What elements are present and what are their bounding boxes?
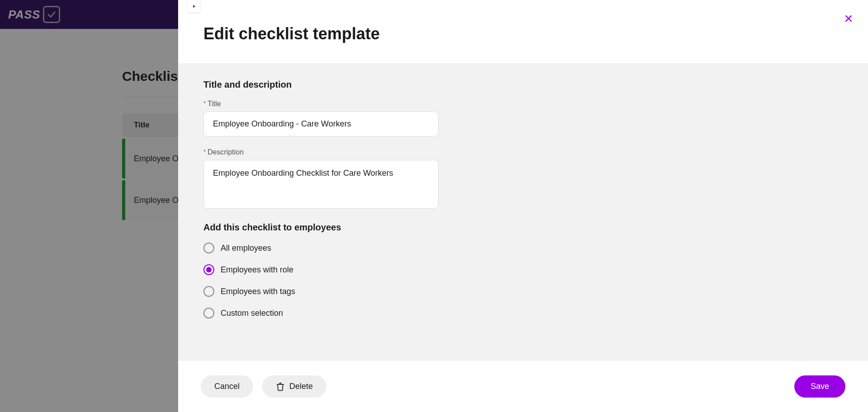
radio-dot-icon (203, 286, 214, 297)
radio-label: Custom selection (221, 309, 283, 318)
title-input[interactable] (203, 112, 439, 136)
section-assign: Add this checklist to employees (203, 222, 843, 233)
radio-all[interactable]: All employees (203, 243, 843, 253)
drawer-body[interactable]: Title and description *Title *Descriptio… (178, 63, 868, 361)
drawer-header: Edit checklist template (178, 0, 868, 63)
delete-button-label: Delete (289, 382, 313, 391)
trash-icon (276, 382, 285, 391)
label-description: *Description (203, 148, 843, 156)
radio-label: Employees with role (221, 265, 293, 275)
field-title: *Title (203, 100, 843, 136)
close-button[interactable] (841, 11, 856, 26)
cancel-button-label: Cancel (214, 382, 240, 391)
label-title: *Title (203, 100, 843, 108)
radio-dot-icon (203, 264, 214, 275)
radio-role[interactable]: Employees with role (203, 264, 843, 275)
radio-dot-icon (203, 308, 214, 318)
radio-label: All employees (221, 243, 271, 253)
section-title-description: Title and description (203, 80, 843, 90)
required-star-icon: * (203, 148, 206, 155)
radio-custom[interactable]: Custom selection (203, 308, 843, 318)
edit-checklist-drawer: Edit checklist template Title and descri… (178, 0, 868, 412)
drawer-title: Edit checklist template (203, 24, 843, 43)
drawer-play-handle[interactable] (188, 0, 200, 13)
close-icon (844, 14, 853, 23)
drawer-footer: Cancel Delete Save (178, 361, 868, 412)
radio-dot-icon (203, 243, 214, 253)
save-button-label: Save (811, 382, 829, 391)
radio-label: Employees with tags (221, 287, 295, 296)
required-star-icon: * (203, 100, 206, 107)
assign-radio-group: All employeesEmployees with roleEmployee… (203, 243, 843, 318)
save-button[interactable]: Save (794, 375, 845, 398)
description-input[interactable] (203, 160, 439, 209)
radio-tags[interactable]: Employees with tags (203, 286, 843, 297)
delete-button[interactable]: Delete (262, 375, 326, 398)
cancel-button[interactable]: Cancel (201, 375, 253, 398)
field-description: *Description (203, 148, 843, 211)
svg-marker-0 (193, 5, 196, 8)
